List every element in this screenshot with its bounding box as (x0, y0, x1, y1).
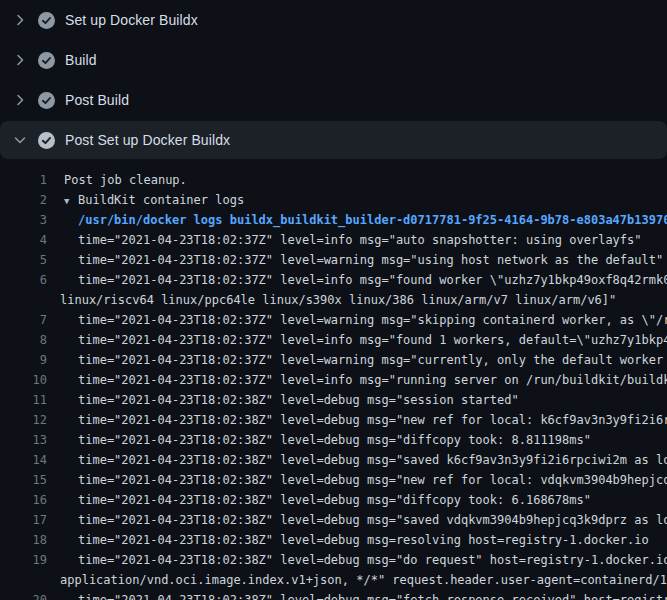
line-number[interactable]: 11 (0, 390, 47, 410)
chevron-right-icon (12, 52, 28, 68)
log-line: 18time="2021-04-23T18:02:38Z" level=debu… (0, 530, 667, 550)
log-text: time="2021-04-23T18:02:38Z" level=debug … (47, 390, 519, 410)
line-number[interactable]: 15 (0, 470, 47, 490)
chevron-down-icon (12, 132, 28, 148)
log-line: 13time="2021-04-23T18:02:38Z" level=debu… (0, 430, 667, 450)
log-line-continuation: application/vnd.oci.image.index.v1+json,… (0, 570, 667, 590)
check-circle-icon (38, 52, 55, 69)
log-text: time="2021-04-23T18:02:37Z" level=info m… (47, 270, 667, 290)
log-text: time="2021-04-23T18:02:38Z" level=debug … (47, 410, 667, 430)
log-line: 5time="2021-04-23T18:02:37Z" level=warni… (0, 250, 667, 270)
log-line: 1Post job cleanup. (0, 170, 667, 190)
chevron-right-icon (12, 92, 28, 108)
log-text: linux/riscv64 linux/ppc64le linux/s390x … (47, 290, 616, 310)
line-number[interactable]: 20 (0, 590, 47, 600)
log-line: 15time="2021-04-23T18:02:38Z" level=debu… (0, 470, 667, 490)
log-line: 7time="2021-04-23T18:02:37Z" level=warni… (0, 310, 667, 330)
log-command-text: /usr/bin/docker logs buildx_buildkit_bui… (47, 210, 667, 230)
log-text: time="2021-04-23T18:02:37Z" level=info m… (47, 370, 667, 390)
line-number[interactable]: 2 (0, 190, 47, 210)
line-number[interactable]: 5 (0, 250, 47, 270)
line-number[interactable]: 14 (0, 450, 47, 470)
log-text: time="2021-04-23T18:02:38Z" level=debug … (47, 430, 591, 450)
line-number[interactable]: 13 (0, 430, 47, 450)
steps-list: Set up Docker BuildxBuildPost BuildPost … (0, 0, 667, 159)
line-number[interactable]: 6 (0, 270, 47, 290)
log-line: 4time="2021-04-23T18:02:37Z" level=info … (0, 230, 667, 250)
log-text: time="2021-04-23T18:02:38Z" level=debug … (47, 490, 591, 510)
log-line: 19time="2021-04-23T18:02:38Z" level=debu… (0, 550, 667, 570)
log-text: time="2021-04-23T18:02:38Z" level=debug … (47, 510, 667, 530)
log-line: 11time="2021-04-23T18:02:38Z" level=debu… (0, 390, 667, 410)
log-group-toggle[interactable]: ▼BuildKit container logs (47, 190, 244, 210)
log-text: time="2021-04-23T18:02:37Z" level=warnin… (47, 310, 667, 330)
log-line: 17time="2021-04-23T18:02:38Z" level=debu… (0, 510, 667, 530)
step-header-set-up-docker-buildx[interactable]: Set up Docker Buildx (0, 0, 667, 40)
line-number[interactable]: 3 (0, 210, 47, 230)
log-line-continuation: linux/riscv64 linux/ppc64le linux/s390x … (0, 290, 667, 310)
step-label: Post Build (65, 92, 129, 108)
log-line: 2▼BuildKit container logs (0, 190, 667, 210)
step-header-post-build[interactable]: Post Build (0, 80, 667, 120)
step-label: Build (65, 52, 97, 68)
chevron-right-icon (12, 12, 28, 28)
line-number[interactable]: 7 (0, 310, 47, 330)
log-line: 9time="2021-04-23T18:02:37Z" level=warni… (0, 350, 667, 370)
check-circle-icon (38, 12, 55, 29)
line-number[interactable]: 9 (0, 350, 47, 370)
log-line: 3/usr/bin/docker logs buildx_buildkit_bu… (0, 210, 667, 230)
line-number[interactable]: 10 (0, 370, 47, 390)
log-line: 20time="2021-04-23T18:02:38Z" level=debu… (0, 590, 667, 600)
actions-log-viewer: Set up Docker BuildxBuildPost BuildPost … (0, 0, 667, 600)
log-line: 14time="2021-04-23T18:02:38Z" level=debu… (0, 450, 667, 470)
log-text: time="2021-04-23T18:02:38Z" level=debug … (47, 590, 667, 600)
check-circle-icon (38, 132, 55, 149)
step-header-post-set-up-docker-buildx[interactable]: Post Set up Docker Buildx (0, 121, 667, 159)
line-number[interactable]: 8 (0, 330, 47, 350)
log-line: 12time="2021-04-23T18:02:38Z" level=debu… (0, 410, 667, 430)
line-number[interactable]: 16 (0, 490, 47, 510)
step-header-build[interactable]: Build (0, 40, 667, 80)
line-number (0, 290, 47, 310)
line-number[interactable]: 1 (0, 170, 47, 190)
log-line: 16time="2021-04-23T18:02:38Z" level=debu… (0, 490, 667, 510)
line-number[interactable]: 17 (0, 510, 47, 530)
log-line: 10time="2021-04-23T18:02:37Z" level=info… (0, 370, 667, 390)
check-circle-icon (38, 92, 55, 109)
log-text: time="2021-04-23T18:02:37Z" level=info m… (47, 330, 667, 350)
line-number[interactable]: 19 (0, 550, 47, 570)
line-number[interactable]: 4 (0, 230, 47, 250)
log-line: 8time="2021-04-23T18:02:37Z" level=info … (0, 330, 667, 350)
line-number (0, 570, 47, 590)
line-number[interactable]: 18 (0, 530, 47, 550)
line-number[interactable]: 12 (0, 410, 47, 430)
step-label: Post Set up Docker Buildx (65, 132, 230, 148)
log-text: time="2021-04-23T18:02:38Z" level=debug … (47, 470, 667, 490)
log-area: 1Post job cleanup.2▼BuildKit container l… (0, 161, 667, 600)
log-text: time="2021-04-23T18:02:38Z" level=debug … (47, 450, 667, 470)
log-text: Post job cleanup. (47, 170, 187, 190)
log-line: 6time="2021-04-23T18:02:37Z" level=info … (0, 270, 667, 290)
log-text: time="2021-04-23T18:02:37Z" level=warnin… (47, 250, 663, 270)
log-text: time="2021-04-23T18:02:38Z" level=debug … (47, 530, 649, 550)
log-text: application/vnd.oci.image.index.v1+json,… (47, 570, 667, 590)
log-text: time="2021-04-23T18:02:38Z" level=debug … (47, 550, 667, 570)
step-label: Set up Docker Buildx (65, 12, 198, 28)
log-text: time="2021-04-23T18:02:37Z" level=warnin… (47, 350, 667, 370)
triangle-down-icon: ▼ (64, 191, 78, 210)
log-text: time="2021-04-23T18:02:37Z" level=info m… (47, 230, 642, 250)
